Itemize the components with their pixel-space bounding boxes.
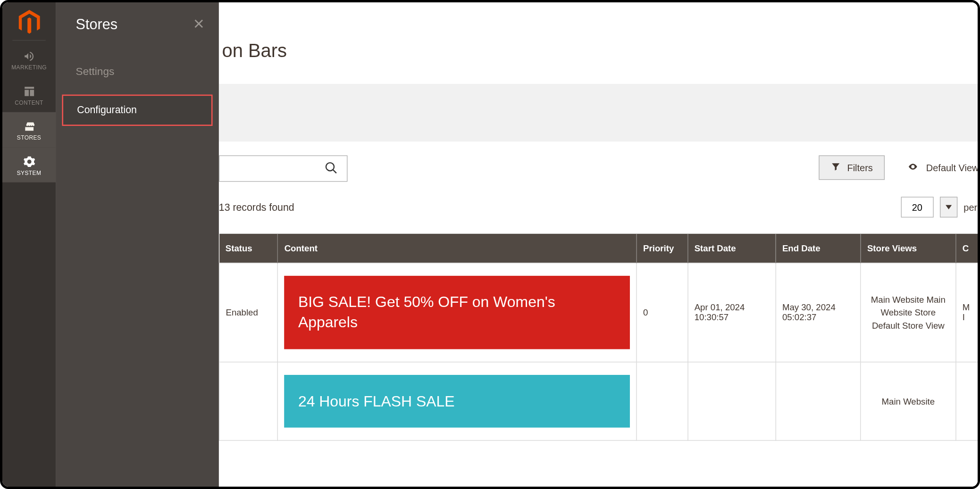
table-row[interactable]: 24 Hours FLASH SALE Main Website <box>219 362 980 440</box>
col-content[interactable]: Content <box>278 234 637 263</box>
cell-content: BIG SALE! Get 50% OFF on Women's Apparel… <box>278 263 637 362</box>
nav-content[interactable]: CONTENT <box>2 77 56 112</box>
chevron-down-icon <box>946 205 952 210</box>
close-icon[interactable] <box>193 17 205 32</box>
flyout-title: Stores <box>76 16 117 33</box>
cell-extra: M I <box>956 263 980 362</box>
cell-status <box>219 362 278 440</box>
nav-stores[interactable]: STORES <box>2 112 56 147</box>
cell-start-date: Apr 01, 2024 10:30:57 <box>688 263 776 362</box>
nav-system[interactable]: SYSTEM <box>2 147 56 182</box>
col-store-views[interactable]: Store Views <box>861 234 956 263</box>
nav-label-content: CONTENT <box>2 99 56 106</box>
gear-icon <box>2 156 56 168</box>
store-icon <box>2 120 56 133</box>
grid-header-row: Status Content Priority Start Date End D… <box>219 234 980 263</box>
promo-banner: 24 Hours FLASH SALE <box>285 375 630 428</box>
data-grid: Status Content Priority Start Date End D… <box>219 234 980 441</box>
nav-marketing[interactable]: MARKETING <box>2 42 56 77</box>
admin-left-rail: MARKETING CONTENT STORES SYSTEM <box>2 2 56 489</box>
records-found: 13 records found <box>219 201 294 213</box>
cell-status: Enabled <box>219 263 278 362</box>
filters-label: Filters <box>847 162 872 173</box>
page-size-selector: 20 per p <box>901 197 980 217</box>
filters-button[interactable]: Filters <box>819 156 885 180</box>
search-input[interactable] <box>219 156 348 182</box>
rail-divider <box>12 40 45 41</box>
col-status[interactable]: Status <box>219 234 278 263</box>
cell-store-views: Main Website <box>861 362 956 440</box>
page-size-dropdown[interactable] <box>940 197 957 217</box>
magento-logo[interactable] <box>2 2 56 40</box>
cell-start-date <box>688 362 776 440</box>
main-content: on Bars Filters <box>219 2 980 489</box>
svg-point-0 <box>326 163 334 171</box>
svg-line-1 <box>333 170 336 173</box>
page-title: on Bars <box>219 2 980 84</box>
cell-extra <box>956 362 980 440</box>
default-view-button[interactable]: Default View <box>904 156 980 179</box>
cell-priority <box>637 362 688 440</box>
nav-label-stores: STORES <box>2 135 56 141</box>
cell-end-date <box>776 362 861 440</box>
nav-label-system: SYSTEM <box>2 170 56 176</box>
cell-content: 24 Hours FLASH SALE <box>278 362 637 440</box>
search-icon <box>324 161 338 177</box>
col-extra[interactable]: C <box>956 234 980 263</box>
funnel-icon <box>831 162 841 174</box>
eye-icon <box>906 162 920 174</box>
promo-banner: BIG SALE! Get 50% OFF on Women's Apparel… <box>285 276 630 349</box>
magento-logo-icon <box>18 10 40 35</box>
flyout-item-configuration[interactable]: Configuration <box>62 95 212 126</box>
flyout-section-settings: Settings <box>56 47 219 88</box>
cell-store-views: Main Website Main Website Store Default … <box>861 263 956 362</box>
megaphone-icon <box>2 50 56 63</box>
table-row[interactable]: Enabled BIG SALE! Get 50% OFF on Women's… <box>219 263 980 362</box>
col-end-date[interactable]: End Date <box>776 234 861 263</box>
page-header-band <box>219 84 980 141</box>
stores-flyout: Stores Settings Configuration <box>56 2 219 489</box>
default-view-label: Default View <box>926 162 979 173</box>
grid-controls: Filters Default View 13 records found 20 <box>219 141 980 441</box>
cell-priority: 0 <box>637 263 688 362</box>
page-size-value[interactable]: 20 <box>901 197 933 217</box>
cell-end-date: May 30, 2024 05:02:37 <box>776 263 861 362</box>
col-priority[interactable]: Priority <box>637 234 688 263</box>
per-page-label: per p <box>963 202 980 213</box>
layout-icon <box>2 85 56 98</box>
col-start-date[interactable]: Start Date <box>688 234 776 263</box>
nav-label-marketing: MARKETING <box>2 65 56 71</box>
